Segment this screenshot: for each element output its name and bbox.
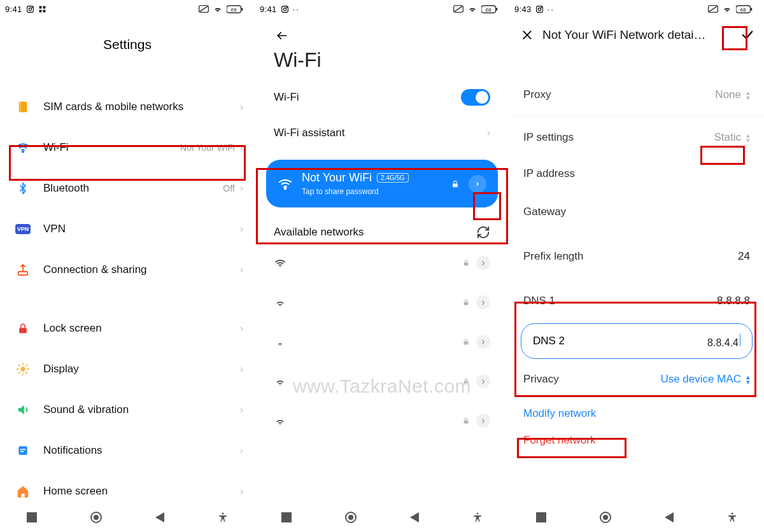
available-network-row[interactable]: › (255, 243, 509, 283)
field-label: Gateway (523, 206, 750, 218)
page-title: Wi-Fi (255, 42, 509, 80)
notifications-icon (11, 444, 34, 457)
svg-rect-57 (464, 342, 469, 345)
back-button[interactable] (255, 18, 509, 42)
wifi-toggle-row[interactable]: Wi-Fi (255, 80, 509, 115)
no-sim-icon (199, 5, 209, 13)
wifi-status-icon (467, 5, 478, 13)
chevron-right-icon[interactable]: › (476, 414, 490, 428)
row-wifi[interactable]: Wi-Fi Not Your WiFi › (0, 127, 255, 168)
svg-rect-15 (43, 6, 45, 8)
svg-line-36 (26, 365, 27, 366)
row-label: Wi-Fi (274, 91, 461, 104)
available-network-row[interactable]: › (255, 283, 509, 322)
svg-text:69: 69 (231, 6, 237, 12)
available-network-row[interactable]: › (255, 401, 509, 440)
nav-accessibility-icon[interactable] (217, 512, 229, 523)
page-title: Settings (0, 37, 255, 52)
row-display[interactable]: Display › (0, 349, 255, 389)
svg-point-65 (538, 8, 541, 10)
nav-bar (0, 503, 255, 532)
forget-network-link[interactable]: Forget network (509, 428, 764, 453)
refresh-button[interactable] (476, 225, 490, 239)
svg-point-25 (22, 151, 24, 152)
svg-point-12 (29, 8, 31, 10)
row-sound[interactable]: Sound & vibration › (0, 389, 255, 430)
available-network-row[interactable]: › (255, 322, 509, 361)
field-ip-address[interactable]: IP address (509, 158, 764, 190)
row-label: Notifications (43, 444, 240, 457)
battery-icon: 68 (736, 5, 753, 13)
svg-point-76 (603, 515, 608, 520)
row-notifications[interactable]: Notifications › (0, 430, 255, 471)
nav-back-icon[interactable] (665, 512, 674, 522)
chevron-right-icon[interactable]: › (476, 256, 490, 270)
row-sim[interactable]: SIM cards & mobile networks › (0, 87, 255, 127)
sound-icon (11, 403, 34, 417)
row-lock-screen[interactable]: Lock screen › (0, 308, 255, 349)
svg-text:68: 68 (486, 6, 492, 12)
close-button[interactable] (521, 29, 534, 41)
chevron-right-icon: › (240, 223, 243, 235)
nav-home-icon[interactable] (90, 511, 103, 524)
status-time: 9:41 (260, 4, 277, 14)
bluetooth-icon (11, 181, 34, 195)
nav-bar (509, 503, 764, 532)
wifi-icon (11, 141, 34, 155)
details-arrow-button[interactable] (469, 175, 486, 193)
lock-icon (462, 337, 470, 346)
battery-icon: 69 (227, 5, 243, 13)
chevron-right-icon: › (240, 404, 243, 416)
nav-accessibility-icon[interactable] (726, 512, 738, 523)
screen-wifi: 9:41 ·· 68 Wi-Fi Wi-Fi Wi-Fi assistant ›… (255, 0, 509, 532)
svg-point-63 (476, 513, 478, 515)
field-value: None▴▾ (715, 88, 750, 101)
field-gateway[interactable]: Gateway (509, 190, 764, 234)
svg-rect-60 (281, 512, 292, 522)
chevron-right-icon[interactable]: › (476, 335, 490, 349)
row-connection-sharing[interactable]: Connection & sharing › (0, 249, 255, 290)
wifi-assistant-row[interactable]: Wi-Fi assistant › (255, 115, 509, 151)
modify-network-link[interactable]: Modify network (509, 400, 764, 428)
svg-point-28 (20, 367, 25, 371)
field-dns1[interactable]: DNS 1 8.8.8.8 (509, 279, 764, 323)
band-badge: 2.4G/5G (377, 173, 409, 183)
field-dns2[interactable]: DNS 2 8.8.4.4 (521, 323, 753, 359)
svg-point-62 (348, 515, 353, 520)
nav-back-icon[interactable] (155, 512, 164, 522)
connected-network-card[interactable]: Not Your WiFi 2.4G/5G Tap to share passw… (266, 160, 498, 207)
chevron-right-icon: › (240, 363, 243, 375)
nav-home-icon[interactable] (599, 511, 612, 524)
svg-rect-55 (464, 263, 469, 266)
home-icon (11, 484, 34, 498)
field-label: DNS 2 (533, 335, 707, 347)
row-label: Wi-Fi (43, 141, 180, 154)
chevron-right-icon[interactable]: › (476, 295, 490, 309)
row-bluetooth[interactable]: Bluetooth Off › (0, 168, 255, 209)
nav-recents-icon[interactable] (536, 512, 546, 522)
row-label: SIM cards & mobile networks (43, 101, 240, 113)
chevron-right-icon: › (240, 101, 243, 113)
row-vpn[interactable]: VPN VPN › (0, 209, 255, 249)
nav-back-icon[interactable] (410, 512, 419, 522)
confirm-button[interactable] (740, 28, 755, 42)
svg-rect-38 (20, 449, 25, 451)
nav-recents-icon[interactable] (281, 512, 292, 522)
screen-network-details: 9:43 ·· 68 Not Your WiFi Network detai… … (509, 0, 764, 532)
svg-rect-50 (496, 8, 497, 10)
row-label: Connection & sharing (43, 263, 240, 276)
field-privacy[interactable]: Privacy Use device MAC▴▾ (509, 359, 764, 400)
field-value: Static▴▾ (714, 131, 750, 144)
available-networks-header: Available networks (255, 214, 509, 243)
nav-accessibility-icon[interactable] (472, 512, 483, 523)
nav-home-icon[interactable] (344, 511, 357, 524)
nav-recents-icon[interactable] (27, 512, 37, 522)
chevron-right-icon[interactable]: › (476, 374, 490, 388)
field-proxy[interactable]: Proxy None▴▾ (509, 74, 764, 116)
wifi-toggle[interactable] (461, 89, 490, 106)
field-prefix-length[interactable]: Prefix length 24 (509, 234, 764, 279)
svg-point-42 (94, 515, 99, 520)
field-ip-settings[interactable]: IP settings Static▴▾ (509, 116, 764, 158)
row-label: Wi-Fi assistant (274, 127, 487, 139)
available-network-row[interactable]: › (255, 361, 509, 401)
